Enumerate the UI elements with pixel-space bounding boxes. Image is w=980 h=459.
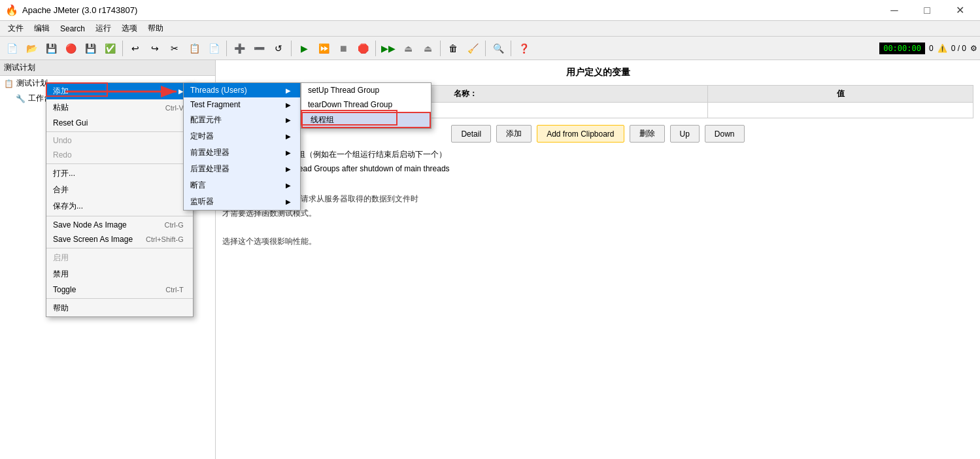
open-button[interactable]: 📂: [22, 39, 41, 58]
close-button[interactable]: ✕: [945, 0, 975, 21]
toolbar-btn-5[interactable]: 💾: [81, 39, 99, 58]
ctx-item-save-screen-image[interactable]: Save Screen As Image Ctrl+Shift-G: [46, 232, 193, 246]
clear-all-button[interactable]: 🧹: [464, 39, 482, 58]
minimize-button[interactable]: ─: [879, 0, 909, 21]
toolbar-btn-4[interactable]: 🔴: [61, 39, 80, 58]
col-value: 值: [708, 86, 973, 103]
submenu-add-config[interactable]: 配置元件 ▶: [184, 112, 300, 128]
note-line-1: 只有当你需要记录每个请求从服务器取得的数据到文件时: [222, 192, 973, 207]
settings-icon[interactable]: ⚙: [970, 44, 977, 53]
title-bar-controls: ─ □ ✕: [879, 0, 975, 21]
add-var-button[interactable]: 添加: [496, 125, 532, 143]
menu-edit[interactable]: 编辑: [29, 22, 55, 35]
note-text: 只有当你需要记录每个请求从服务器取得的数据到文件时 才需要选择函数测试模式。 选…: [222, 192, 973, 248]
save-button[interactable]: 💾: [42, 39, 60, 58]
submenu-threads[interactable]: setUp Thread Group tearDown Thread Group…: [301, 82, 431, 129]
ctx-sni-shortcut: Ctrl-G: [165, 221, 184, 229]
start-button[interactable]: ▶: [295, 39, 313, 58]
context-menu[interactable]: 添加 ▶ 粘贴 Ctrl-V Reset Gui Undo Redo 打开...…: [46, 82, 194, 317]
remote-stop[interactable]: ⏏: [399, 39, 417, 58]
cut-button[interactable]: ✂: [165, 39, 184, 58]
ctx-item-save-node-image[interactable]: Save Node As Image Ctrl-G: [46, 218, 193, 232]
ctx-paste-label: 粘贴: [53, 102, 69, 113]
submenu-add-fragment[interactable]: Test Fragment ▶: [184, 97, 300, 112]
ctx-item-reset-gui[interactable]: Reset Gui: [46, 116, 193, 130]
submenu-timer-label: 定时器: [190, 131, 214, 142]
submenu-add-post[interactable]: 后置处理器 ▶: [184, 161, 300, 177]
submenu-thread-group[interactable]: 线程组: [301, 112, 431, 128]
menu-options[interactable]: 选项: [116, 22, 143, 35]
toolbar-right: 00:00:00 0 ⚠️ 0 / 0 ⚙: [879, 42, 977, 54]
submenu-add-threads[interactable]: Threads (Users) ▶: [184, 83, 300, 97]
search-button[interactable]: 🔍: [489, 39, 507, 58]
maximize-button[interactable]: □: [912, 0, 942, 21]
ctx-disable-label: 禁用: [53, 269, 69, 280]
undo-button[interactable]: ↩: [126, 39, 144, 58]
down-button[interactable]: Down: [705, 125, 745, 143]
shutdown-button[interactable]: 🛑: [354, 39, 372, 58]
app-icon: 🔥: [5, 4, 18, 16]
menu-file[interactable]: 文件: [3, 22, 29, 35]
delete-button[interactable]: 删除: [630, 125, 665, 143]
ctx-item-toggle[interactable]: Toggle Ctrl-T: [46, 282, 193, 297]
ctx-open-label: 打开...: [53, 168, 75, 179]
tree-icon-workbench: 🔧: [16, 94, 25, 103]
detail-button[interactable]: Detail: [451, 125, 491, 143]
ctx-item-disable[interactable]: 禁用: [46, 266, 193, 282]
submenu-threads-arrow: ▶: [286, 87, 291, 94]
thread-group-label: 线程组: [311, 114, 334, 126]
toolbar-btn-6[interactable]: ✅: [101, 39, 119, 58]
warning-icon: ⚠️: [938, 44, 947, 53]
ctx-item-merge[interactable]: 合并: [46, 182, 193, 198]
menu-bar: 文件 编辑 Search 运行 选项 帮助: [0, 21, 980, 37]
paste-button[interactable]: 📄: [205, 39, 223, 58]
tree-header-label: 测试计划: [4, 63, 35, 72]
note-line-3: 选择这个选项很影响性能。: [222, 235, 973, 249]
submenu-add-pre[interactable]: 前置处理器 ▶: [184, 144, 300, 161]
help-toolbar-button[interactable]: ❓: [515, 39, 533, 58]
menu-run[interactable]: 运行: [90, 22, 116, 35]
submenu-add-assert[interactable]: 断言 ▶: [184, 177, 300, 194]
tree-icon-plan: 📋: [4, 79, 14, 88]
redo-button[interactable]: ↪: [146, 39, 164, 58]
ctx-toggle-shortcut: Ctrl-T: [165, 286, 184, 294]
content-title: 用户定义的变量: [222, 67, 973, 78]
add-button[interactable]: ➕: [230, 39, 248, 58]
remote-start[interactable]: ▶▶: [379, 39, 397, 58]
note-line-2: 才需要选择函数测试模式。: [222, 207, 973, 221]
submenu-add[interactable]: Threads (Users) ▶ Test Fragment ▶ 配置元件 ▶…: [183, 82, 301, 211]
setup-thread-label: setUp Thread Group: [308, 86, 379, 95]
ctx-paste-shortcut: Ctrl-V: [165, 104, 184, 112]
menu-search[interactable]: Search: [55, 23, 90, 35]
up-button[interactable]: Up: [670, 125, 700, 143]
ctx-item-add[interactable]: 添加 ▶: [46, 83, 193, 99]
submenu-teardown-thread[interactable]: tearDown Thread Group: [301, 97, 431, 112]
submenu-timer-arrow: ▶: [286, 133, 291, 140]
ctx-item-open[interactable]: 打开...: [46, 165, 193, 182]
start-no-pause[interactable]: ⏩: [314, 39, 333, 58]
checkbox-row-2: Run tearDown Thread Groups after shutdow…: [222, 164, 973, 173]
sep4: [375, 41, 376, 56]
submenu-add-listener[interactable]: 监听器 ▶: [184, 194, 300, 210]
title-bar: 🔥 Apache JMeter (3.0 r1743807) ─ □ ✕: [0, 0, 980, 21]
sep3: [291, 41, 292, 56]
submenu-add-timer[interactable]: 定时器 ▶: [184, 128, 300, 144]
stop-button[interactable]: ⏹: [334, 39, 352, 58]
ctx-item-help[interactable]: 帮助: [46, 300, 193, 316]
add-from-clipboard-button[interactable]: Add from Clipboard: [537, 125, 624, 143]
toolbar-btn-clear[interactable]: ↺: [269, 39, 288, 58]
ctx-ssi-shortcut: Ctrl+Shift-G: [146, 235, 184, 243]
ctx-item-paste[interactable]: 粘贴 Ctrl-V: [46, 99, 193, 116]
submenu-listener-label: 监听器: [190, 196, 214, 207]
copy-button[interactable]: 📋: [185, 39, 203, 58]
menu-help[interactable]: 帮助: [143, 22, 169, 35]
ctx-item-redo: Redo: [46, 148, 193, 162]
submenu-setup-thread[interactable]: setUp Thread Group: [301, 83, 431, 97]
ctx-item-saveas[interactable]: 保存为...: [46, 198, 193, 214]
submenu-assert-arrow: ▶: [286, 182, 291, 189]
clear-button[interactable]: 🗑: [444, 39, 462, 58]
new-button[interactable]: 📄: [3, 39, 21, 58]
remove-button[interactable]: ➖: [250, 39, 268, 58]
remote-shutdown[interactable]: ⏏: [418, 39, 437, 58]
title-bar-left: 🔥 Apache JMeter (3.0 r1743807): [5, 4, 137, 16]
